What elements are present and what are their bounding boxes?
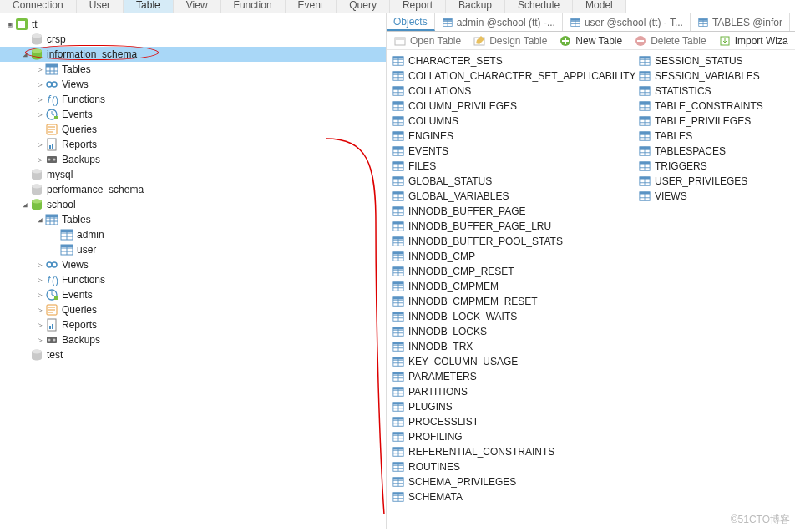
table-item[interactable]: PARAMETERS <box>390 369 636 384</box>
table-item[interactable]: ENGINES <box>390 129 636 144</box>
tree-item-crsp[interactable]: crsp <box>0 32 386 47</box>
tree-toggle-icon[interactable]: ◢ <box>20 197 30 212</box>
ribbon-tab-function[interactable]: Function <box>221 0 286 13</box>
open-table-button[interactable]: Open Table <box>393 34 461 48</box>
tree-item-reports[interactable]: ▷Reports <box>0 137 386 152</box>
tree-item-information_schema[interactable]: ◢information_schema <box>0 47 386 62</box>
tree-toggle-icon[interactable]: ▷ <box>35 272 45 287</box>
table-item[interactable]: SESSION_VARIABLES <box>636 68 763 84</box>
main-tab[interactable]: Objects <box>387 13 435 31</box>
tree-item-backups[interactable]: ▷Backups <box>0 152 386 167</box>
table-item[interactable]: KEY_COLUMN_USAGE <box>390 354 636 369</box>
table-item[interactable]: INNODB_LOCKS <box>390 324 636 339</box>
tree-item-mysql[interactable]: mysql <box>0 167 386 182</box>
tree-item-events[interactable]: ▷Events <box>0 287 386 302</box>
table-item[interactable]: TABLESPACES <box>636 144 763 159</box>
delete-table-button[interactable]: Delete Table <box>634 34 706 48</box>
tree-item-test[interactable]: test <box>0 347 386 362</box>
table-item[interactable]: PROFILING <box>390 429 636 444</box>
table-item[interactable]: INNODB_TRX <box>390 339 636 354</box>
table-item[interactable]: TRIGGERS <box>636 159 763 174</box>
tree-item-tt[interactable]: ▣tt <box>0 17 386 32</box>
tree-toggle-icon[interactable]: ▷ <box>35 287 45 302</box>
tree-item-queries[interactable]: ▷Queries <box>0 302 386 317</box>
tree-toggle-icon[interactable]: ▷ <box>35 302 45 317</box>
ribbon-tab-table[interactable]: Table <box>124 0 174 13</box>
table-item[interactable]: SESSION_STATUS <box>636 53 763 68</box>
table-item[interactable]: INNODB_BUFFER_PAGE <box>390 204 636 219</box>
ribbon-tab-backup[interactable]: Backup <box>446 0 505 13</box>
table-item[interactable]: COLUMN_PRIVILEGES <box>390 99 636 114</box>
tree-item-functions[interactable]: ▷Functions <box>0 272 386 287</box>
main-tab[interactable]: user @school (tt) - T... <box>563 13 691 31</box>
tree-toggle-icon[interactable]: ◢ <box>35 212 45 227</box>
db-off-icon <box>30 168 43 181</box>
table-item[interactable]: TABLE_CONSTRAINTS <box>636 99 763 114</box>
table-item[interactable]: EVENTS <box>390 144 636 159</box>
table-item[interactable]: COLUMNS <box>390 114 636 129</box>
table-item[interactable]: PLUGINS <box>390 399 636 414</box>
ribbon-tab-schedule[interactable]: Schedule <box>505 0 573 13</box>
table-item[interactable]: INNODB_CMP_RESET <box>390 264 636 279</box>
ribbon-tab-event[interactable]: Event <box>286 0 337 13</box>
main-tab[interactable]: admin @school (tt) -... <box>435 13 563 31</box>
table-item[interactable]: CHARACTER_SETS <box>390 53 636 68</box>
ribbon-tab-model[interactable]: Model <box>573 0 626 13</box>
table-item[interactable]: ROUTINES <box>390 459 636 474</box>
table-item[interactable]: INNODB_BUFFER_POOL_STATS <box>390 234 636 249</box>
table-item[interactable]: SCHEMA_PRIVILEGES <box>390 474 636 489</box>
tree-toggle-icon[interactable]: ▷ <box>35 152 45 167</box>
table-item[interactable]: FILES <box>390 159 636 174</box>
tree-toggle-icon[interactable]: ▣ <box>5 17 15 32</box>
tree-toggle-icon[interactable]: ▷ <box>35 62 45 77</box>
tree-item-queries[interactable]: Queries <box>0 122 386 137</box>
table-item[interactable]: TABLES <box>636 129 763 144</box>
tree-toggle-icon[interactable]: ▷ <box>35 332 45 347</box>
new-table-button[interactable]: New Table <box>559 34 622 48</box>
tree-toggle-icon[interactable]: ▷ <box>35 107 45 122</box>
design-table-button[interactable]: Design Table <box>473 34 547 48</box>
ribbon-tab-query[interactable]: Query <box>337 0 390 13</box>
table-item[interactable]: REFERENTIAL_CONSTRAINTS <box>390 444 636 459</box>
tree-item-views[interactable]: ▷Views <box>0 77 386 92</box>
table-item[interactable]: STATISTICS <box>636 84 763 99</box>
table-item[interactable]: INNODB_CMPMEM_RESET <box>390 294 636 309</box>
main-tab[interactable]: TABLES @infor <box>691 13 790 31</box>
table-item[interactable]: COLLATION_CHARACTER_SET_APPLICABILITY <box>390 68 636 84</box>
tree-item-views[interactable]: ▷Views <box>0 257 386 272</box>
ribbon-tab-connection[interactable]: Connection <box>0 0 77 13</box>
tree-toggle-icon[interactable]: ◢ <box>20 47 30 62</box>
table-item[interactable]: INNODB_CMP <box>390 249 636 264</box>
table-item[interactable]: PARTITIONS <box>390 384 636 399</box>
tree-item-admin[interactable]: admin <box>0 227 386 242</box>
tree-toggle-icon[interactable]: ▷ <box>35 317 45 332</box>
tree-item-events[interactable]: ▷Events <box>0 107 386 122</box>
table-item[interactable]: INNODB_LOCK_WAITS <box>390 309 636 324</box>
ribbon-tab-report[interactable]: Report <box>390 0 446 13</box>
import-wizard-button[interactable]: Import Wiza <box>718 34 788 48</box>
table-item[interactable]: TABLE_PRIVILEGES <box>636 114 763 129</box>
table-item[interactable]: INNODB_CMPMEM <box>390 279 636 294</box>
table-item[interactable]: GLOBAL_VARIABLES <box>390 189 636 204</box>
tree-item-tables[interactable]: ▷Tables <box>0 62 386 77</box>
table-item[interactable]: VIEWS <box>636 189 763 204</box>
ribbon-tab-user[interactable]: User <box>77 0 124 13</box>
tree-item-backups[interactable]: ▷Backups <box>0 332 386 347</box>
tree-item-user[interactable]: user <box>0 242 386 257</box>
tree-toggle-icon[interactable]: ▷ <box>35 257 45 272</box>
table-item[interactable]: COLLATIONS <box>390 84 636 99</box>
table-item[interactable]: PROCESSLIST <box>390 414 636 429</box>
tree-item-reports[interactable]: ▷Reports <box>0 317 386 332</box>
tree-toggle-icon[interactable]: ▷ <box>35 137 45 152</box>
tree-item-tables[interactable]: ◢Tables <box>0 212 386 227</box>
tree-toggle-icon[interactable]: ▷ <box>35 92 45 107</box>
tree-item-functions[interactable]: ▷Functions <box>0 92 386 107</box>
table-item[interactable]: GLOBAL_STATUS <box>390 174 636 189</box>
ribbon-tab-view[interactable]: View <box>174 0 221 13</box>
tree-item-performance_schema[interactable]: performance_schema <box>0 182 386 197</box>
table-item[interactable]: SCHEMATA <box>390 489 636 504</box>
tree-toggle-icon[interactable]: ▷ <box>35 77 45 92</box>
table-item[interactable]: INNODB_BUFFER_PAGE_LRU <box>390 219 636 234</box>
table-item[interactable]: USER_PRIVILEGES <box>636 174 763 189</box>
tree-item-school[interactable]: ◢school <box>0 197 386 212</box>
